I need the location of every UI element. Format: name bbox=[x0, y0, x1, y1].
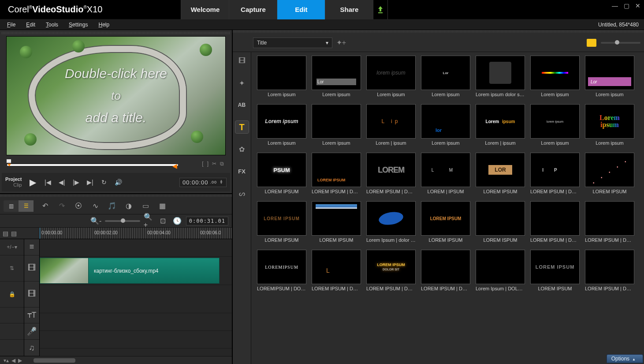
panel-grip[interactable] bbox=[233, 30, 644, 33]
toggle-tracks-button[interactable]: ▾▴ bbox=[4, 357, 9, 364]
zoom-in-button[interactable]: 🔍+ bbox=[144, 216, 154, 226]
minimize-button[interactable]: — bbox=[610, 2, 619, 10]
music-track-lane[interactable] bbox=[40, 349, 232, 356]
tab-share[interactable]: Share bbox=[325, 0, 373, 19]
auto-music-button[interactable]: 🎵 bbox=[107, 201, 117, 211]
title-preset-thumb[interactable]: L MLOREM | IPSUM bbox=[421, 153, 471, 194]
overlay-track-header[interactable]: 🔒 bbox=[0, 281, 24, 308]
title-preset-thumb[interactable]: LOREM IPSUM | DOL... bbox=[530, 201, 580, 243]
title-preset-thumb[interactable]: Lorem Ipsum | dolor sit ... bbox=[366, 201, 416, 243]
prev-frame-button[interactable]: ◀| bbox=[56, 176, 67, 188]
mark-out-icon[interactable]: ] bbox=[207, 161, 208, 167]
mark-in-icon[interactable]: [ bbox=[202, 161, 203, 167]
cut-icon[interactable]: ✂ bbox=[212, 161, 216, 167]
timeline-view-button[interactable]: ☰ bbox=[19, 200, 34, 212]
preview-timecode[interactable]: 00:00:00.00 ▲▼ bbox=[179, 178, 227, 187]
title-preset-thumb[interactable]: LOREM IPSUM bbox=[311, 201, 361, 243]
undo-button[interactable]: ↶ bbox=[40, 201, 50, 211]
title-preset-thumb[interactable]: LOREM IPSUM | DOL... bbox=[421, 250, 471, 291]
motion-tracking-button[interactable]: ◑ bbox=[123, 201, 134, 211]
media-tab-icon[interactable]: 🎞 bbox=[235, 55, 249, 67]
title-preset-thumb[interactable]: Lorem ipsum bbox=[530, 56, 580, 97]
menu-edit[interactable]: Edit bbox=[26, 22, 35, 28]
multiview-button[interactable]: ▦ bbox=[157, 201, 168, 211]
title-preset-thumb[interactable]: LOREM ISPUM bbox=[475, 201, 525, 243]
menu-file[interactable]: File bbox=[7, 22, 15, 28]
title-preset-thumb[interactable]: LorLorem ipsum bbox=[421, 56, 471, 97]
subtitle-button[interactable]: ▭ bbox=[140, 201, 151, 211]
title-preset-thumb[interactable]: Lorem ipsum bbox=[257, 56, 307, 97]
title-preset-thumb[interactable]: lorLorem ipsum bbox=[421, 104, 471, 146]
title-preset-thumb[interactable]: LOREM IPSUMLOREM IPSUM bbox=[257, 201, 307, 243]
clip-video-1[interactable]: картинг-близко_сбоку.mp4 bbox=[40, 258, 220, 284]
voice-track-header[interactable] bbox=[0, 323, 24, 340]
audio-mixer-button[interactable]: ∿ bbox=[90, 201, 101, 211]
next-frame-button[interactable]: |▶ bbox=[70, 176, 82, 188]
scrub-handle[interactable] bbox=[6, 159, 11, 163]
title-placeholder-text[interactable]: Double-click here to add a title. bbox=[7, 37, 225, 155]
tab-capture[interactable]: Capture bbox=[229, 0, 277, 19]
title-preset-thumb[interactable]: lorem ipsumLorem ipsum bbox=[366, 56, 416, 97]
go-start-button[interactable]: |◀ bbox=[42, 176, 53, 188]
title-preset-thumb[interactable]: LOREM IPSUMLOREM IPSUM bbox=[421, 201, 471, 243]
title-preset-thumb[interactable]: LOREM IPSUMLOREM IPSUM bbox=[530, 250, 580, 291]
preview-video[interactable]: Double-click here to add a title. bbox=[6, 36, 226, 155]
title-preset-thumb[interactable]: L ipLorem | ipsum bbox=[366, 104, 416, 146]
repeat-button[interactable]: ↻ bbox=[98, 176, 110, 188]
title-preset-thumb[interactable]: Lorem ipsum dolor sit a... bbox=[475, 56, 525, 97]
playback-mode[interactable]: Project Clip bbox=[5, 176, 22, 188]
snapshot-icon[interactable]: ⧉ bbox=[220, 161, 224, 167]
music-track-header[interactable] bbox=[0, 340, 24, 356]
title-preset-thumb[interactable]: LLOREM IPSUM | DOL... bbox=[311, 250, 361, 291]
zoom-out-button[interactable]: 🔍- bbox=[91, 216, 101, 226]
path-tab-icon[interactable]: ᔕ bbox=[235, 187, 249, 199]
graphic-tab-icon[interactable]: ✿ bbox=[235, 143, 249, 155]
title-preset-thumb[interactable]: LOREM IPSUMDOLOR SITLOREM IPSUM | DOL... bbox=[366, 250, 416, 291]
play-button[interactable]: ▶ bbox=[26, 176, 39, 189]
title-tab-icon[interactable]: T bbox=[235, 121, 249, 133]
ruler-icon-b[interactable]: ▤ bbox=[11, 230, 17, 237]
title-preset-thumb[interactable]: LorLorem ipsum bbox=[311, 56, 361, 97]
title-preset-thumb[interactable]: lorem ipsumLorem ipsum bbox=[530, 104, 580, 146]
voice-track-lane[interactable] bbox=[40, 331, 232, 349]
timeline-playhead[interactable] bbox=[40, 228, 40, 239]
fit-project-button[interactable]: ⊡ bbox=[158, 216, 168, 226]
scroll-right-button[interactable]: ▶ bbox=[18, 357, 22, 364]
thumbnail-view-button[interactable] bbox=[587, 39, 596, 47]
expand-all-icon[interactable]: ≡ bbox=[24, 239, 39, 255]
scrub-end-marker[interactable]: ◀ bbox=[172, 162, 177, 169]
title-preset-thumb[interactable]: •••••LOREM IPSUM bbox=[584, 153, 635, 194]
title-preset-thumb[interactable]: LOREM IPSUM | DOL... bbox=[584, 201, 635, 243]
title-preset-thumb[interactable]: LoremipsumLorem ipsum bbox=[584, 104, 635, 146]
ruler-icon-a[interactable]: ▤ bbox=[3, 230, 8, 237]
redo-button[interactable]: ↷ bbox=[56, 201, 67, 211]
menu-help[interactable]: Help bbox=[98, 22, 109, 28]
title-preset-thumb[interactable]: IPLOREM IPSUM | DOL... bbox=[530, 153, 580, 194]
menu-settings[interactable]: Settings bbox=[69, 22, 88, 28]
scrub-bar[interactable]: ◀ [ ] ✂ ⧉ bbox=[5, 157, 227, 173]
upload-icon[interactable] bbox=[373, 0, 388, 19]
title-preset-thumb[interactable]: Lorem Ipsum | DOLOR ... bbox=[475, 250, 525, 291]
maximize-button[interactable]: ▢ bbox=[622, 2, 631, 10]
title-preset-thumb[interactable]: LOREM IPSUMLOREM IPSUM | DOL... bbox=[311, 153, 361, 194]
storyboard-view-button[interactable]: ▥ bbox=[4, 200, 19, 212]
track-manager-button[interactable]: +/−▾ bbox=[0, 239, 24, 255]
thumbnail-size-slider[interactable] bbox=[601, 42, 640, 44]
title-preset-thumb[interactable]: LORLOREM IPSUM bbox=[475, 153, 525, 194]
gallery-dropdown[interactable]: Title▾ bbox=[253, 38, 332, 48]
zoom-slider[interactable] bbox=[105, 220, 140, 222]
record-button[interactable]: ⦿ bbox=[73, 201, 84, 211]
close-button[interactable]: ✕ bbox=[633, 2, 642, 10]
tab-edit[interactable]: Edit bbox=[277, 0, 325, 19]
go-end-button[interactable]: ▶| bbox=[84, 176, 96, 188]
title-preset-thumb[interactable]: LOREMIPSUMLOREMIPSUM | DOLO... bbox=[257, 250, 307, 291]
title-preset-thumb[interactable]: Lorem ipsum bbox=[311, 104, 361, 146]
transition-tab-icon[interactable]: AB bbox=[235, 99, 249, 111]
title-preset-thumb[interactable]: LOREMLOREM IPSUM | DOL... bbox=[366, 153, 416, 194]
title-preset-thumb[interactable]: PSUMLOREM IPSUM bbox=[257, 153, 307, 194]
title-track-header[interactable] bbox=[0, 308, 24, 324]
panel-grip[interactable] bbox=[0, 194, 232, 197]
tab-welcome[interactable]: Welcome bbox=[181, 0, 229, 19]
video-track-lane[interactable]: картинг-близко_сбоку.mp4 bbox=[40, 257, 232, 285]
title-preset-thumb[interactable]: Lorem ipsumLorem | ipsum bbox=[475, 104, 525, 146]
